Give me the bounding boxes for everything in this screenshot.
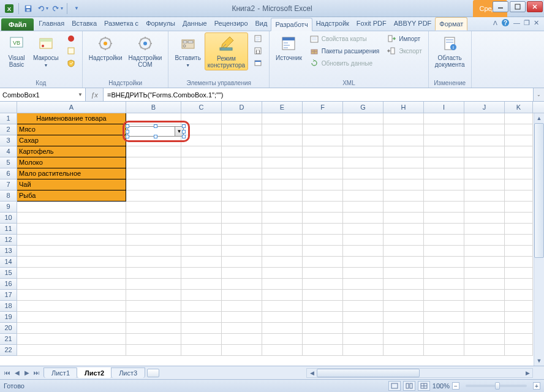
cell[interactable] [343,213,383,224]
cell[interactable] [262,290,303,301]
name-box-dropdown-icon[interactable]: ▼ [78,92,83,97]
cell[interactable] [464,179,505,190]
row-header[interactable]: 21 [0,334,17,345]
cell[interactable] [126,323,181,334]
cell[interactable] [222,279,262,290]
tab-file[interactable]: Файл [1,18,34,31]
cell[interactable] [222,113,262,124]
cell[interactable] [343,135,383,146]
cell[interactable] [505,179,533,190]
cell[interactable] [126,312,181,323]
cell[interactable] [126,213,181,224]
sheet-nav-next-icon[interactable]: ▶ [22,368,32,378]
cell[interactable] [505,312,533,323]
cell[interactable] [343,345,383,356]
cell[interactable] [505,157,533,168]
name-box-input[interactable] [2,91,78,99]
cell[interactable] [262,257,303,268]
cell[interactable] [343,202,383,213]
cell[interactable] [383,157,424,168]
cell[interactable] [262,190,303,202]
cell[interactable] [464,323,505,334]
cell[interactable] [17,268,126,279]
cell[interactable] [343,301,383,312]
cell[interactable] [126,257,181,268]
sheet-nav-prev-icon[interactable]: ◀ [12,368,22,378]
row-header[interactable]: 5 [0,157,17,168]
tab-context-format[interactable]: Формат [435,17,467,31]
cell[interactable] [424,135,464,146]
cell[interactable] [17,235,126,246]
cell[interactable] [464,246,505,257]
cell[interactable] [126,301,181,312]
cell[interactable] [383,168,424,179]
cell[interactable] [303,124,343,135]
cell[interactable] [505,268,533,279]
cell[interactable] [181,301,222,312]
tab-abbyy pdf[interactable]: ABBYY PDF [390,17,436,31]
cell[interactable] [424,190,464,202]
sheet-tab-лист2[interactable]: Лист2 [77,368,112,378]
cell[interactable] [303,113,343,124]
cell[interactable] [383,246,424,257]
cell[interactable] [383,179,424,190]
cell[interactable] [126,190,181,202]
cell[interactable] [262,235,303,246]
cell[interactable] [126,279,181,290]
maximize-button[interactable] [510,1,526,12]
cell[interactable] [383,345,424,356]
cell[interactable] [424,202,464,213]
cell[interactable] [181,124,222,135]
new-sheet-button[interactable] [147,369,159,377]
cell[interactable] [262,213,303,224]
row-header[interactable]: 2 [0,124,17,135]
cell[interactable] [222,235,262,246]
cell[interactable] [424,301,464,312]
cell[interactable] [383,312,424,323]
help-icon[interactable]: ? [501,18,510,27]
cell[interactable] [464,345,505,356]
cell[interactable] [181,334,222,345]
cell[interactable] [17,224,126,235]
cell[interactable] [181,190,222,202]
tab-foxit pdf[interactable]: Foxit PDF [353,17,390,31]
redo-icon[interactable]: ▼ [51,2,64,15]
hscroll-thumb[interactable] [317,369,420,377]
cell[interactable] [464,301,505,312]
cell[interactable] [126,157,181,168]
source-button[interactable]: Источник [273,32,304,62]
zoom-level[interactable]: 100% [433,382,450,390]
cell[interactable] [424,124,464,135]
cell[interactable] [343,168,383,179]
cell[interactable] [505,190,533,202]
column-header-G[interactable]: G [343,102,383,113]
cell[interactable] [424,334,464,345]
fx-icon[interactable]: ƒx [89,90,99,100]
cell[interactable] [262,135,303,146]
cell[interactable] [222,135,262,146]
cell[interactable] [383,235,424,246]
cell[interactable] [17,345,126,356]
cell[interactable] [222,323,262,334]
cell[interactable] [424,146,464,157]
row-header[interactable]: 7 [0,179,17,190]
cell[interactable] [464,279,505,290]
cell[interactable] [303,168,343,179]
cell[interactable] [505,323,533,334]
cell[interactable] [17,257,126,268]
tab-разработч[interactable]: Разработч [271,18,312,31]
cell[interactable] [424,224,464,235]
cell[interactable] [464,312,505,323]
cell[interactable] [343,323,383,334]
cell[interactable] [303,279,343,290]
row-header[interactable]: 13 [0,246,17,257]
visual-basic-button[interactable]: VBVisualBasic [4,32,29,69]
column-header-B[interactable]: B [126,102,181,113]
row-header[interactable]: 18 [0,301,17,312]
cell[interactable] [424,268,464,279]
cell[interactable] [181,235,222,246]
cell[interactable] [505,224,533,235]
cell[interactable] [126,202,181,213]
cell[interactable] [181,290,222,301]
cell[interactable] [17,246,126,257]
